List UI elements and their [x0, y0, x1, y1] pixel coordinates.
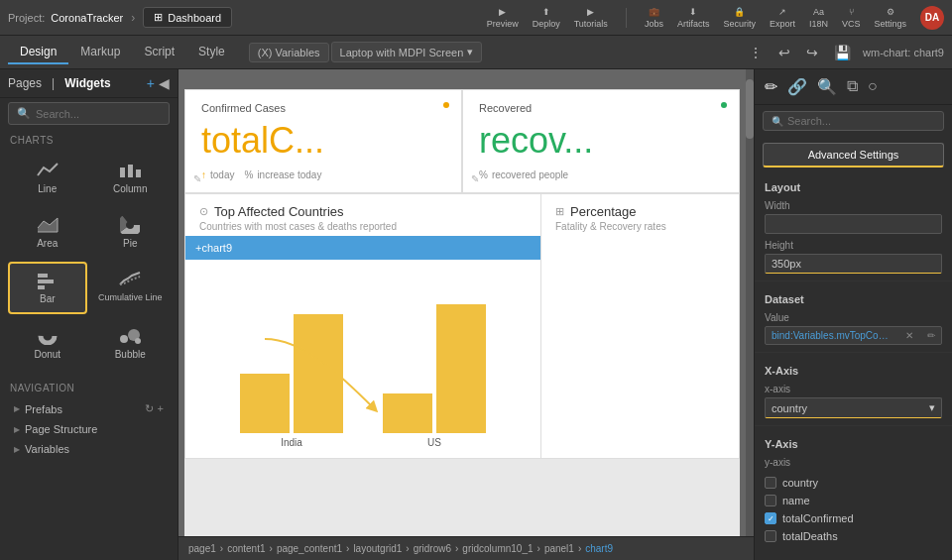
export-btn[interactable]: ↗ Export: [770, 7, 795, 29]
refresh-icon[interactable]: ↻: [145, 402, 154, 415]
preview-btn[interactable]: ▶ Preview: [487, 7, 519, 29]
y-axis-confirmed-checkbox[interactable]: ✓: [765, 512, 776, 524]
widget-line[interactable]: Line: [8, 153, 87, 203]
chart-selected-bar[interactable]: + chart9: [185, 236, 540, 260]
x-axis-prop: x-axis country ▾: [755, 381, 952, 421]
chevron-down-icon: ▾: [467, 46, 473, 58]
project-name: CoronaTracker: [51, 12, 123, 24]
confirmed-value: totalC...: [201, 120, 445, 162]
width-input[interactable]: [765, 214, 942, 234]
y-axis-name-checkbox[interactable]: [765, 495, 776, 506]
export-icon: ↗: [778, 7, 786, 17]
screen-selector[interactable]: Laptop with MDPI Screen ▾: [331, 42, 483, 62]
nav-page-structure[interactable]: ▶ Page Structure: [8, 419, 170, 439]
widget-column-label: Column: [113, 183, 147, 194]
tab-design[interactable]: Design: [8, 41, 68, 64]
vcs-btn[interactable]: ⑂ VCS: [842, 7, 861, 29]
canvas-area: Confirmed Cases totalC... ↑ today %: [178, 69, 754, 560]
breadcrumb-arrow: ›: [131, 11, 135, 25]
donut-chart-icon: [38, 327, 58, 345]
top-actions: ▶ Preview ⬆ Deploy ▶ Tutorials 💼 Jobs ⬇ …: [487, 6, 944, 30]
y-axis-country: country: [765, 474, 942, 492]
artifacts-icon: ⬇: [689, 7, 697, 17]
recovered-footer: % recovered people: [479, 169, 723, 180]
y-axis-deaths-checkbox[interactable]: [765, 530, 776, 542]
tab-script[interactable]: Script: [132, 41, 186, 64]
charts-section-label: Charts: [0, 129, 178, 149]
us-label: US: [427, 437, 441, 448]
rp-toolbar: ✏ 🔗 🔍 ⧉ ○: [755, 69, 952, 105]
height-input[interactable]: [765, 254, 942, 274]
advanced-settings-button[interactable]: Advanced Settings: [763, 143, 944, 168]
us-bar-1: [383, 393, 432, 433]
confirmed-dot: [443, 102, 449, 108]
widget-bar[interactable]: Bar: [8, 262, 87, 314]
search-input[interactable]: [36, 108, 161, 120]
nav-variables[interactable]: ▶ Variables: [8, 439, 170, 459]
rp-pencil-icon[interactable]: ✏: [763, 75, 779, 98]
line-chart-icon: [36, 162, 60, 179]
i18n-btn[interactable]: Aa I18N: [809, 7, 828, 29]
pct-icon: ⊞: [555, 205, 564, 218]
india-bar-group: India: [240, 275, 343, 448]
y-axis-country-label: country: [782, 477, 818, 489]
preview-icon: ▶: [499, 7, 506, 17]
save-icon[interactable]: 💾: [830, 43, 855, 62]
bc-content1: content1: [227, 543, 265, 554]
nav-prefabs[interactable]: ▶ Prefabs ↻ +: [8, 398, 170, 419]
recovered-dot: [721, 102, 727, 108]
y-axis-name-label: name: [782, 495, 810, 506]
svg-rect-0: [120, 168, 125, 177]
widget-pie[interactable]: Pie: [91, 207, 171, 258]
us-bar-2: [436, 304, 486, 433]
tutorials-btn[interactable]: ▶ Tutorials: [574, 7, 608, 29]
redo-icon[interactable]: ↪: [802, 43, 822, 62]
collapse-icon[interactable]: ◀: [159, 75, 170, 91]
deploy-btn[interactable]: ⬆ Deploy: [533, 7, 560, 29]
divider-2: [755, 352, 952, 353]
y-axis-country-checkbox[interactable]: [765, 477, 776, 489]
rp-search-input[interactable]: [787, 115, 935, 127]
widget-donut[interactable]: Donut: [8, 318, 87, 369]
variables-button[interactable]: (X) Variables: [249, 43, 329, 62]
right-panel: ✏ 🔗 🔍 ⧉ ○ 🔍 Advanced Settings Layout Wid…: [754, 69, 952, 560]
more-options-icon[interactable]: ⋮: [745, 43, 767, 62]
edit-value-btn[interactable]: ✏: [927, 330, 935, 341]
widget-bubble[interactable]: Bubble: [91, 318, 171, 369]
rp-link-icon[interactable]: 🔗: [785, 75, 809, 98]
rp-circle-icon[interactable]: ○: [866, 75, 880, 98]
clear-value-btn[interactable]: ✕: [905, 330, 913, 341]
layout-section-label: Layout: [755, 173, 952, 197]
tab-style[interactable]: Style: [186, 41, 237, 64]
add-widget-icon[interactable]: +: [147, 75, 155, 91]
undo-icon[interactable]: ↩: [774, 43, 794, 62]
jobs-btn[interactable]: 💼 Jobs: [645, 7, 663, 29]
widget-area[interactable]: Area: [8, 207, 87, 258]
top-cards-row: Confirmed Cases totalC... ↑ today %: [184, 89, 740, 193]
canvas-vertical-scrollbar[interactable]: [746, 69, 754, 536]
widget-column[interactable]: Column: [91, 153, 171, 203]
x-axis-select[interactable]: country ▾: [765, 397, 942, 418]
settings-btn[interactable]: ⚙ Settings: [874, 7, 906, 29]
user-avatar[interactable]: DA: [920, 6, 944, 30]
main-layout: Pages | Widgets + ◀ 🔍 Charts Line: [0, 69, 952, 560]
canvas-scroll[interactable]: Confirmed Cases totalC... ↑ today %: [178, 69, 746, 536]
variables-arrow: ▶: [14, 445, 20, 454]
dashboard-tab[interactable]: ⊞ Dashboard: [143, 7, 232, 28]
add-prefab-icon[interactable]: +: [158, 402, 164, 415]
value-content: bind:Variables.mvTopCountries.dataSe: [772, 330, 891, 341]
india-bar-container: [240, 275, 343, 433]
security-icon: 🔒: [734, 7, 745, 17]
artifacts-btn[interactable]: ⬇ Artifacts: [677, 7, 710, 29]
security-btn[interactable]: 🔒 Security: [723, 7, 756, 29]
recovered-edit-icon: ✎: [471, 173, 479, 184]
rp-search-icon[interactable]: 🔍: [815, 75, 839, 98]
rp-layers-icon[interactable]: ⧉: [845, 75, 860, 98]
second-bar: Design Markup Script Style (X) Variables…: [0, 36, 952, 69]
search-icon: 🔍: [17, 107, 31, 120]
x-axis-chevron-icon: ▾: [929, 401, 935, 414]
widget-cumulative-line[interactable]: Cumulative Line: [91, 262, 171, 314]
x-axis-section-label: X-Axis: [755, 357, 952, 381]
tab-markup[interactable]: Markup: [68, 41, 132, 64]
us-bar-group: US: [383, 275, 486, 448]
